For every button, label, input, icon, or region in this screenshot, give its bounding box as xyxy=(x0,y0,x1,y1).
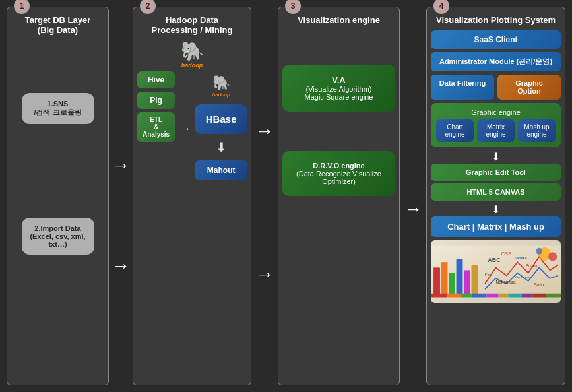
svg-point-17 xyxy=(536,248,542,255)
engine-row: Chart engine Matrix engine Mash up engin… xyxy=(436,119,556,142)
svg-rect-3 xyxy=(449,273,455,295)
edit-tool-btn: Graphic Edit Tool xyxy=(431,164,561,181)
section-3-title: Visualization engine xyxy=(282,15,395,25)
svg-rect-21 xyxy=(472,294,487,298)
svg-text:ABC: ABC xyxy=(488,257,501,263)
svg-rect-2 xyxy=(441,262,448,294)
section-2: 2 Hadoop Data Processing / Mining 🐘 hado… xyxy=(133,7,251,385)
arrow-4: → xyxy=(255,264,274,285)
svg-rect-23 xyxy=(499,294,509,298)
svg-rect-22 xyxy=(487,294,499,298)
section-num-3: 3 xyxy=(285,0,301,14)
arrow-2: → xyxy=(111,255,130,277)
section-1: 1 Target DB Layer (Big Data) 1.SNS /검색 크… xyxy=(7,7,109,385)
section-num-2: 2 xyxy=(140,0,156,14)
svg-rect-18 xyxy=(431,294,447,298)
section-2-title: Hadoop Data Processing / Mining xyxy=(137,15,247,35)
hive-btn: Hive xyxy=(137,71,175,88)
section-num-4: 4 xyxy=(433,0,449,14)
svg-text:Sato: Sato xyxy=(534,282,544,288)
mahout-box: Mahout xyxy=(195,160,247,180)
drvo-box: D.R.V.O engine (Data Recognize Visualize… xyxy=(282,151,395,196)
chart-matrix-btn: Chart | Matrix | Mash up xyxy=(431,216,561,237)
visualization-img: ABC CSS Tanaka Suzuki Fox Nakamura Yamam… xyxy=(431,240,561,303)
svg-text:CSS: CSS xyxy=(501,251,511,257)
svg-rect-20 xyxy=(461,294,471,298)
graphic-option-btn: Graphic Option xyxy=(497,75,561,100)
svg-rect-4 xyxy=(457,259,463,294)
graphic-engine-box: Graphic engine Chart engine Matrix engin… xyxy=(431,103,561,147)
import-box: 2.Import Data (Excel, csv, xml, txt…) xyxy=(22,218,94,255)
chart-engine-box: Chart engine xyxy=(436,119,474,142)
svg-rect-6 xyxy=(472,265,478,294)
html5-btn: HTML 5 CANVAS xyxy=(431,183,561,201)
va-box: V.A (Visualize Algorithm) Magic Square e… xyxy=(282,65,395,112)
svg-rect-5 xyxy=(464,270,470,294)
arrow-down-2: ⬇ xyxy=(431,150,561,163)
saas-btn: SaaS Client xyxy=(431,30,561,49)
svg-rect-27 xyxy=(546,294,561,298)
section-4-title: Visualization Plotting System xyxy=(431,15,561,25)
arrow-5: → xyxy=(404,199,422,220)
admin-btn: Administrator Module (관리/운영) xyxy=(431,52,561,71)
svg-point-16 xyxy=(548,252,557,261)
svg-rect-1 xyxy=(433,267,440,294)
svg-rect-25 xyxy=(522,294,532,298)
svg-rect-19 xyxy=(447,294,461,298)
mashup-engine-box: Mash up engine xyxy=(518,119,556,142)
filter-btn: Data Filtering xyxy=(431,75,494,100)
svg-rect-24 xyxy=(508,294,522,298)
arrow-down-3: ⬇ xyxy=(431,203,561,216)
svg-text:Yamamoto: Yamamoto xyxy=(515,276,530,279)
sns-box: 1.SNS /검색 크로울링 xyxy=(22,93,94,124)
matrix-engine-box: Matrix engine xyxy=(477,119,515,142)
arrow-down-1: ⬇ xyxy=(195,139,247,155)
svg-text:Tanaka: Tanaka xyxy=(515,256,527,260)
arrow-col-1: → → xyxy=(111,7,130,385)
section-1-title: Target DB Layer (Big Data) xyxy=(11,15,104,35)
section-4: 4 Visualization Plotting System SaaS Cli… xyxy=(426,7,565,385)
section-num-1: 1 xyxy=(14,0,30,14)
hbase-box: HBase xyxy=(195,104,247,134)
section-3: 3 Visualization engine V.A (Visualize Al… xyxy=(278,7,400,385)
graphic-engine-title: Graphic engine xyxy=(436,108,556,116)
filter-graphic-row: Data Filtering Graphic Option xyxy=(431,75,561,100)
arrow-1: → xyxy=(111,155,130,176)
svg-text:Suzuki: Suzuki xyxy=(526,263,539,268)
svg-rect-26 xyxy=(532,294,546,298)
svg-text:Nakamura: Nakamura xyxy=(496,280,517,284)
pig-btn: Pig xyxy=(137,92,175,109)
etl-btn: ETL & Analysis xyxy=(137,112,175,142)
svg-text:Fox: Fox xyxy=(485,273,492,277)
arrow-3: → xyxy=(255,121,274,142)
